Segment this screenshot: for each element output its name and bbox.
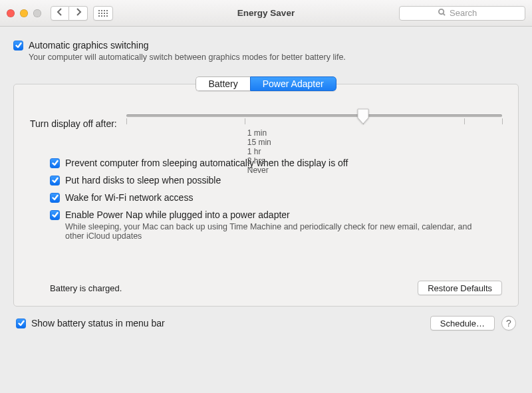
search-input[interactable] xyxy=(450,8,486,18)
schedule-button[interactable]: Schedule… xyxy=(430,316,495,330)
hard-disks-label: Put hard disks to sleep when possible xyxy=(65,175,221,186)
search-field[interactable] xyxy=(399,6,525,21)
svg-line-1 xyxy=(443,13,445,15)
minimize-window-button[interactable] xyxy=(20,9,28,17)
tick-3hrs: 3 hrs xyxy=(247,156,502,166)
power-nap-description: While sleeping, your Mac can back up usi… xyxy=(65,222,477,241)
close-window-button[interactable] xyxy=(7,9,15,17)
back-button[interactable] xyxy=(51,6,69,21)
nav-back-forward xyxy=(51,6,88,21)
restore-defaults-button[interactable]: Restore Defaults xyxy=(418,281,502,295)
forward-button[interactable] xyxy=(69,6,88,21)
tick-1hr: 1 hr xyxy=(247,147,502,156)
chevron-right-icon xyxy=(74,8,82,18)
checkmark-icon xyxy=(52,193,59,203)
power-nap-row: Enable Power Nap while plugged into a po… xyxy=(50,209,502,241)
hard-disks-checkbox[interactable] xyxy=(50,176,60,186)
slider-tick-labels: 1 min 15 min 1 hr 3 hrs Never xyxy=(126,128,502,139)
display-sleep-slider[interactable] xyxy=(126,108,502,127)
power-nap-label: Enable Power Nap while plugged into a po… xyxy=(65,209,477,220)
tick-never: Never xyxy=(247,166,502,175)
settings-panel: Turn display off after: 1 m xyxy=(13,84,519,307)
automatic-graphics-checkbox[interactable] xyxy=(13,41,23,51)
power-nap-checkbox[interactable] xyxy=(50,210,60,220)
zoom-window-button[interactable] xyxy=(33,9,41,17)
wake-wifi-row: Wake for Wi-Fi network access xyxy=(50,192,502,203)
checkmark-icon xyxy=(52,210,59,220)
menubar-status-checkbox[interactable] xyxy=(16,319,26,328)
checkmark-icon xyxy=(15,41,22,51)
show-all-button[interactable] xyxy=(93,6,113,21)
tick-15min: 15 min xyxy=(247,138,502,147)
svg-point-0 xyxy=(439,9,444,14)
tab-battery[interactable]: Battery xyxy=(196,76,249,91)
checkmark-icon xyxy=(18,319,25,328)
power-source-tabs: Battery Power Adapter xyxy=(13,76,519,91)
window-titlebar: Energy Saver xyxy=(0,0,532,27)
tick-1min: 1 min xyxy=(247,128,502,138)
battery-status: Battery is charged. xyxy=(50,283,122,293)
help-button[interactable]: ? xyxy=(501,316,516,330)
chevron-left-icon xyxy=(56,8,64,18)
checkmark-icon xyxy=(52,176,59,186)
checkmark-icon xyxy=(52,158,59,168)
window-controls xyxy=(7,9,41,17)
prevent-sleep-checkbox[interactable] xyxy=(50,158,60,168)
automatic-graphics-description: Your computer will automatically switch … xyxy=(29,53,519,62)
search-icon xyxy=(438,8,446,18)
wake-wifi-checkbox[interactable] xyxy=(50,193,60,203)
slider-thumb[interactable] xyxy=(357,108,369,126)
automatic-graphics-label: Automatic graphics switching xyxy=(29,40,149,51)
wake-wifi-label: Wake for Wi-Fi network access xyxy=(65,192,193,203)
display-sleep-label: Turn display off after: xyxy=(30,118,117,129)
hard-disks-row: Put hard disks to sleep when possible xyxy=(50,175,502,186)
automatic-graphics-row: Automatic graphics switching xyxy=(13,40,519,51)
menubar-status-label: Show battery status in menu bar xyxy=(31,318,165,328)
grid-icon xyxy=(94,7,112,19)
tab-power-adapter[interactable]: Power Adapter xyxy=(250,76,336,91)
